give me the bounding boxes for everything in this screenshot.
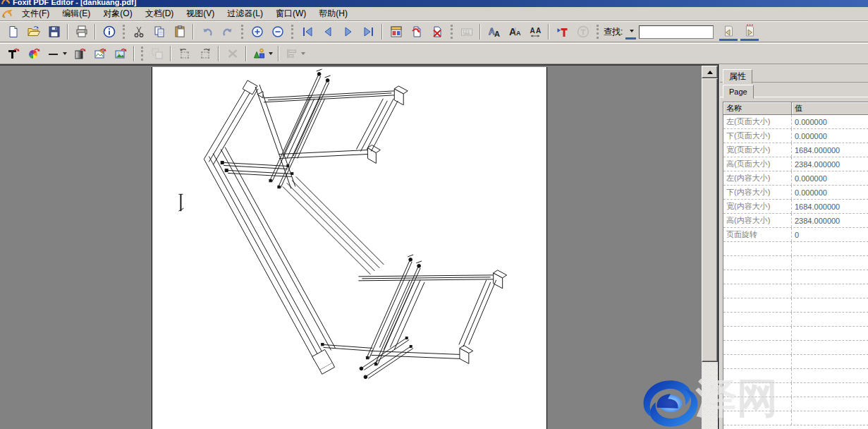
shading-tool-button[interactable] xyxy=(70,45,89,63)
page-thumbnails-button[interactable] xyxy=(386,23,405,41)
edit-text-tool-icon xyxy=(6,47,20,61)
open-document-button[interactable] xyxy=(24,23,43,41)
toolbar-grip xyxy=(123,25,125,39)
property-row[interactable]: 下(内容大小)0.000000 xyxy=(723,186,868,200)
property-name-cell xyxy=(723,298,792,312)
redo-button[interactable] xyxy=(218,23,237,41)
property-value-cell xyxy=(792,341,868,354)
last-page-icon xyxy=(362,25,376,39)
menu-item-object[interactable]: 对象(O) xyxy=(97,7,138,20)
text-orientation-icon xyxy=(576,25,590,39)
property-row-empty xyxy=(723,355,868,369)
chevron-down-icon xyxy=(63,52,67,55)
find-input[interactable] xyxy=(639,25,714,39)
title-bar: Foxit PDF Editor - [dankuang.pdf] xyxy=(0,0,868,7)
property-name-cell: 宽(内容大小) xyxy=(723,200,792,213)
rotate-object-left-icon xyxy=(178,47,192,61)
property-row[interactable]: 左(页面大小)0.000000 xyxy=(723,115,868,129)
property-row[interactable]: 左(内容大小)0.000000 xyxy=(723,171,868,186)
new-document-button[interactable] xyxy=(4,23,23,41)
rotate-object-right-button[interactable] xyxy=(195,45,214,63)
delete-page-button[interactable] xyxy=(427,23,446,41)
zoom-in-icon xyxy=(250,25,264,39)
property-name-cell xyxy=(723,270,792,284)
property-row[interactable]: 高(内容大小)2384.000000 xyxy=(723,214,868,228)
property-row[interactable]: 页面旋转0 xyxy=(723,228,868,242)
copy-button[interactable] xyxy=(149,23,169,41)
rotate-object-right-icon xyxy=(198,47,212,61)
save-document-button[interactable] xyxy=(44,23,63,41)
zoom-out-button[interactable] xyxy=(268,23,287,41)
property-row-empty xyxy=(723,298,868,313)
property-name-cell xyxy=(723,327,792,340)
paste-button[interactable] xyxy=(170,23,189,41)
insert-text-button[interactable] xyxy=(553,23,572,41)
cut-button[interactable] xyxy=(129,23,148,41)
next-page-button[interactable] xyxy=(338,23,357,41)
properties-table: 名称 值 左(页面大小)0.000000下(页面大小)0.000000宽(页面大… xyxy=(723,102,868,429)
toolbar-separator xyxy=(479,24,481,40)
property-value-cell xyxy=(792,256,868,270)
char-spacing-button[interactable]: AA xyxy=(525,23,544,41)
property-name-cell: 页面旋转 xyxy=(723,228,792,241)
property-value-cell xyxy=(792,284,868,298)
edit-image-tool-button[interactable] xyxy=(90,45,109,63)
property-name-cell: 高(内容大小) xyxy=(723,214,792,227)
tab-page[interactable]: Page xyxy=(723,85,754,99)
toolbar-separator xyxy=(133,46,135,61)
menu-item-filter[interactable]: 过滤器(L) xyxy=(221,7,269,20)
scrollbar-track[interactable] xyxy=(702,362,718,429)
pdf-page[interactable] xyxy=(152,67,547,429)
menu-item-window[interactable]: 窗口(W) xyxy=(269,7,312,20)
text-orientation-button xyxy=(573,23,592,41)
property-row-empty xyxy=(723,383,868,397)
menu-item-help[interactable]: 帮助(H) xyxy=(312,7,354,20)
menu-item-view[interactable]: 视图(V) xyxy=(180,7,221,20)
print-button[interactable] xyxy=(72,23,91,41)
scroll-up-button[interactable] xyxy=(702,66,718,78)
font-size-button[interactable]: AA xyxy=(505,23,524,41)
wireframe-drawing xyxy=(152,67,546,429)
vertical-scrollbar[interactable] xyxy=(702,66,718,429)
last-page-button[interactable] xyxy=(359,23,378,41)
main-toolbar: AAAAAA查找: xyxy=(0,21,868,42)
property-row[interactable]: 宽(页面大小)1684.000000 xyxy=(723,143,868,157)
find-history-dropdown[interactable] xyxy=(625,24,636,40)
line-style-tool-button[interactable] xyxy=(44,45,68,63)
menu-item-edit[interactable]: 编辑(E) xyxy=(56,7,97,20)
up-arrow-icon xyxy=(707,71,713,74)
document-info-icon xyxy=(102,25,116,39)
edit-text-tool-button[interactable] xyxy=(4,45,23,63)
find-backward-button[interactable] xyxy=(719,23,738,41)
property-name-cell xyxy=(723,397,792,411)
replace-font-button[interactable]: AA xyxy=(484,23,503,41)
import-page-button[interactable] xyxy=(407,23,426,41)
insert-image-tool-button[interactable] xyxy=(111,45,130,63)
open-document-icon xyxy=(27,25,41,39)
property-row[interactable]: 下(页面大小)0.000000 xyxy=(723,129,868,143)
menu-item-file[interactable]: 文件(F) xyxy=(16,7,56,20)
document-window-icon xyxy=(1,8,13,19)
previous-page-button[interactable] xyxy=(318,23,337,41)
rotate-object-left-button[interactable] xyxy=(175,45,194,63)
zoom-in-button[interactable] xyxy=(247,23,267,41)
toolbar-separator xyxy=(245,46,247,61)
document-info-button[interactable] xyxy=(99,23,118,41)
scrollbar-thumb[interactable] xyxy=(702,78,718,362)
find-forward-button[interactable] xyxy=(740,23,759,41)
first-page-button[interactable] xyxy=(298,23,317,41)
font-size-icon: AA xyxy=(508,25,522,39)
menu-item-document[interactable]: 文档(D) xyxy=(139,7,181,20)
property-row-empty xyxy=(723,313,868,327)
edit-color-tool-icon xyxy=(27,47,41,61)
property-row[interactable]: 宽(内容大小)1684.000000 xyxy=(723,200,868,214)
property-value-cell: 1684.000000 xyxy=(792,143,868,157)
shading-tool-icon xyxy=(73,47,87,61)
property-row-empty xyxy=(723,327,868,341)
document-canvas[interactable] xyxy=(0,64,718,429)
property-row[interactable]: 高(页面大小)2384.000000 xyxy=(723,157,868,171)
edit-color-tool-button[interactable] xyxy=(24,45,43,63)
copy-icon xyxy=(152,25,166,39)
undo-button[interactable] xyxy=(197,23,216,41)
insert-shape-tool-button[interactable] xyxy=(250,45,274,63)
